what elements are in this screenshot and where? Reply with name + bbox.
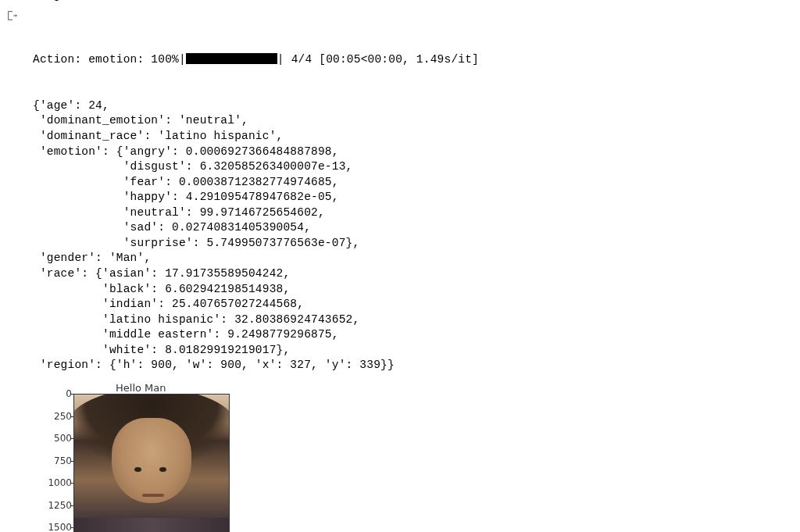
y-tick-mark xyxy=(70,483,73,484)
svg-rect-0 xyxy=(8,12,14,20)
y-tick-label: 250 xyxy=(41,409,72,422)
tqdm-progress-line: Action: emotion: 100%|| 4/4 [00:05<00:00… xyxy=(33,52,479,68)
plot-axes xyxy=(73,394,230,532)
pprint-output: {'age': 24, 'dominant_emotion': 'neutral… xyxy=(33,98,479,373)
y-tick-label: 1500 xyxy=(41,521,72,532)
y-tick-label: 1000 xyxy=(41,477,72,489)
plot-image xyxy=(73,394,230,532)
previous-line-fragment: image matioos are. xyxy=(33,0,155,4)
cell-output: Action: emotion: 100%|| 4/4 [00:05<00:00… xyxy=(33,22,479,389)
y-tick-label: 0 xyxy=(41,387,72,400)
progress-prefix: Action: emotion: 100%| xyxy=(33,53,186,66)
y-tick-mark xyxy=(70,416,73,417)
progress-bar xyxy=(186,53,277,64)
y-tick-mark xyxy=(70,438,73,439)
cell-output-icon xyxy=(6,9,19,22)
plot-title: Hello Man xyxy=(116,381,166,395)
y-tick-mark xyxy=(70,527,73,528)
y-tick-mark xyxy=(70,461,73,462)
progress-suffix: | 4/4 [00:05<00:00, 1.49s/it] xyxy=(277,53,479,66)
y-tick-mark xyxy=(70,394,73,395)
y-tick-label: 500 xyxy=(41,432,72,445)
y-tick-label: 750 xyxy=(41,455,72,467)
matplotlib-figure: Hello Man 02505007501000125015001750 xyxy=(31,378,234,532)
y-tick-label: 1250 xyxy=(41,499,72,512)
y-tick-mark xyxy=(70,505,73,506)
